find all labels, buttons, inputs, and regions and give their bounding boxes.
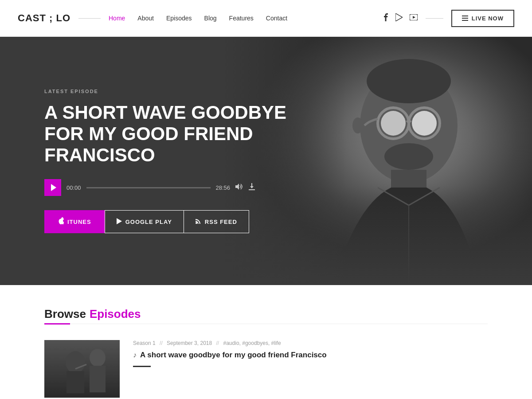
apple-icon bbox=[58, 217, 64, 226]
header: CAST ; LO Home About Episodes Blog Featu… bbox=[0, 0, 532, 37]
episode-meta: Season 1 // September 3, 2018 // #audio,… bbox=[133, 340, 488, 346]
nav-contact[interactable]: Contact bbox=[266, 15, 287, 22]
browse-heading: Browse Episodes bbox=[44, 307, 488, 321]
hero-content: LATEST EPISODE A SHORT WAVE GOODBYE FOR … bbox=[0, 89, 293, 234]
header-separator bbox=[426, 18, 443, 19]
google-play-icon[interactable] bbox=[395, 13, 403, 23]
itunes-button[interactable]: ITUNES bbox=[44, 210, 105, 233]
episode-season: Season 1 bbox=[133, 340, 156, 346]
time-total: 28:56 bbox=[216, 184, 231, 191]
logo-separator bbox=[78, 18, 101, 19]
menu-lines-icon bbox=[462, 16, 468, 21]
svg-point-22 bbox=[196, 222, 197, 224]
time-current: 00:00 bbox=[66, 184, 81, 191]
rss-icon bbox=[196, 218, 201, 225]
browse-section: Browse Episodes bbox=[0, 285, 532, 399]
nav-home[interactable]: Home bbox=[109, 15, 125, 22]
nav-features[interactable]: Features bbox=[229, 15, 254, 22]
nav-about[interactable]: About bbox=[137, 15, 154, 22]
google-play-label: GOOGLE PLAY bbox=[125, 219, 172, 225]
live-now-label: LIVE NOW bbox=[472, 15, 504, 22]
svg-rect-29 bbox=[44, 340, 120, 398]
progress-bar[interactable] bbox=[86, 187, 211, 188]
rss-feed-button[interactable]: RSS FEED bbox=[184, 210, 249, 233]
episode-thumb-image bbox=[44, 340, 120, 398]
google-play-button[interactable]: GOOGLE PLAY bbox=[105, 210, 184, 233]
volume-icon[interactable] bbox=[235, 184, 243, 192]
svg-marker-17 bbox=[235, 184, 239, 190]
hero-label: LATEST EPISODE bbox=[44, 89, 293, 94]
hero-section: LATEST EPISODE A SHORT WAVE GOODBYE FOR … bbox=[0, 37, 532, 285]
youtube-icon[interactable] bbox=[410, 14, 418, 22]
nav-blog[interactable]: Blog bbox=[204, 15, 217, 22]
svg-marker-2 bbox=[413, 16, 415, 19]
hero-title: A SHORT WAVE GOODBYE FOR MY GOOD FRIEND … bbox=[44, 102, 293, 166]
browse-underline bbox=[44, 324, 488, 324]
download-icon[interactable] bbox=[249, 183, 255, 192]
google-play-icon-btn bbox=[117, 218, 122, 226]
episode-tags: #audio, #goodbyes, #life bbox=[223, 340, 281, 346]
navigation: Home About Episodes Blog Features Contac… bbox=[109, 15, 287, 22]
meta-separator-2: // bbox=[216, 340, 219, 346]
episode-list: Season 1 // September 3, 2018 // #audio,… bbox=[44, 340, 488, 398]
svg-marker-21 bbox=[117, 218, 122, 224]
episode-title-text: A short wave goodbye for my good friend … bbox=[140, 351, 327, 360]
browse-word: Browse bbox=[44, 307, 86, 321]
header-right: LIVE NOW bbox=[384, 10, 514, 27]
episode-thumbnail[interactable] bbox=[44, 340, 120, 398]
logo: CAST ; LO bbox=[18, 12, 70, 24]
episode-bar bbox=[133, 366, 151, 367]
social-icons bbox=[384, 13, 418, 23]
episode-date: September 3, 2018 bbox=[167, 340, 212, 346]
audio-player: 00:00 28:56 bbox=[44, 179, 293, 196]
meta-separator-1: // bbox=[160, 340, 163, 346]
play-button[interactable] bbox=[44, 179, 61, 196]
live-now-button[interactable]: LIVE NOW bbox=[451, 10, 514, 27]
facebook-icon[interactable] bbox=[384, 13, 388, 23]
svg-marker-0 bbox=[395, 13, 403, 21]
music-note-icon: ♪ bbox=[133, 351, 137, 359]
cta-buttons: ITUNES GOOGLE PLAY RSS FEED bbox=[44, 210, 293, 233]
episode-title[interactable]: ♪ A short wave goodbye for my good frien… bbox=[133, 351, 488, 360]
rss-feed-label: RSS FEED bbox=[205, 219, 237, 225]
itunes-label: ITUNES bbox=[67, 219, 91, 225]
nav-episodes[interactable]: Episodes bbox=[166, 15, 192, 22]
episodes-word: Episodes bbox=[90, 307, 141, 321]
episode-info: Season 1 // September 3, 2018 // #audio,… bbox=[133, 340, 488, 398]
svg-marker-19 bbox=[250, 186, 254, 188]
